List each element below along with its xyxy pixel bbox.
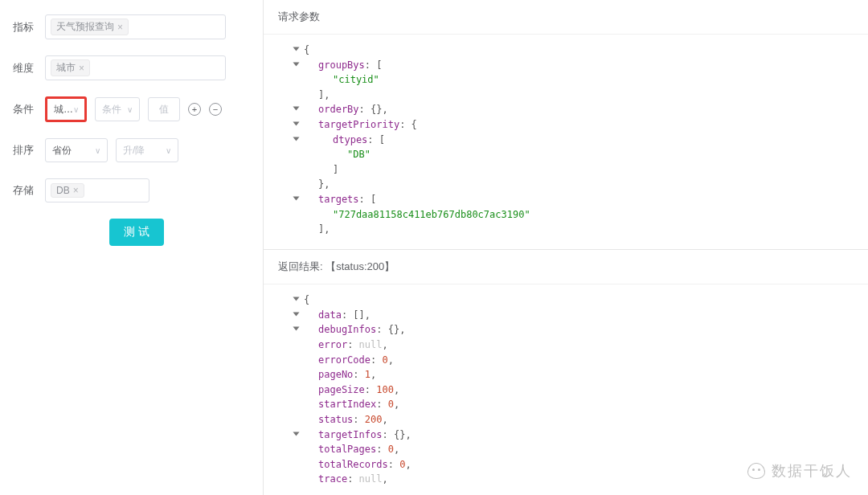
request-section: 请求参数 {groupBys: ["cityid"],orderBy: {},t… xyxy=(264,0,868,250)
condition-operator-select[interactable]: 条件 ∨ xyxy=(95,97,140,121)
dimension-input[interactable]: 城市 × xyxy=(45,55,226,80)
expand-toggle-icon[interactable] xyxy=(293,312,300,316)
chevron-down-icon: ∨ xyxy=(127,105,133,114)
sort-label: 排序 xyxy=(13,143,45,158)
response-section: 返回结果: 【status:200】 {data: [],debugInfos:… xyxy=(264,250,868,495)
expand-toggle-icon[interactable] xyxy=(293,121,300,125)
chevron-down-icon: ∨ xyxy=(95,146,100,155)
request-header: 请求参数 xyxy=(264,0,868,35)
condition-value-input[interactable]: 值 xyxy=(148,97,180,121)
expand-toggle-icon[interactable] xyxy=(293,432,300,436)
condition-operator-placeholder: 条件 xyxy=(102,103,121,117)
indicator-tag-text: 天气预报查询 xyxy=(56,20,114,34)
storage-tag-text: DB xyxy=(56,185,70,196)
expand-toggle-icon[interactable] xyxy=(293,327,300,331)
chevron-down-icon: ∨ xyxy=(73,105,79,114)
storage-input[interactable]: DB × xyxy=(45,178,149,202)
response-json-viewer[interactable]: {data: [],debugInfos: {},error: null,err… xyxy=(264,284,868,495)
query-form-panel: 指标 天气预报查询 × 维度 城市 × 条件 城… xyxy=(0,0,264,495)
chevron-down-icon: ∨ xyxy=(166,146,171,155)
sort-direction-placeholder: 升/降 xyxy=(123,144,145,158)
condition-value-placeholder: 值 xyxy=(159,103,169,117)
sort-field-select[interactable]: 省份 ∨ xyxy=(45,138,108,162)
indicator-input[interactable]: 天气预报查询 × xyxy=(45,14,226,39)
expand-toggle-icon[interactable] xyxy=(293,297,300,301)
add-condition-icon[interactable]: + xyxy=(188,103,201,116)
sort-inputs: 省份 ∨ 升/降 ∨ xyxy=(45,138,178,162)
expand-toggle-icon[interactable] xyxy=(293,47,300,51)
expand-toggle-icon[interactable] xyxy=(293,196,300,200)
remove-condition-icon[interactable]: − xyxy=(209,103,222,116)
test-button[interactable]: 测 试 xyxy=(109,219,164,246)
condition-row: 条件 城… ∨ 条件 ∨ 值 + − xyxy=(13,96,250,122)
sort-direction-select[interactable]: 升/降 ∨ xyxy=(116,138,178,162)
sort-row: 排序 省份 ∨ 升/降 ∨ xyxy=(13,138,250,162)
app-root: 指标 天气预报查询 × 维度 城市 × 条件 城… xyxy=(0,0,868,495)
response-header: 返回结果: 【status:200】 xyxy=(264,250,868,284)
expand-toggle-icon[interactable] xyxy=(293,62,300,66)
storage-row: 存储 DB × xyxy=(13,178,250,202)
indicator-tag[interactable]: 天气预报查询 × xyxy=(51,18,129,35)
close-icon[interactable]: × xyxy=(117,22,123,33)
indicator-label: 指标 xyxy=(13,20,45,35)
sort-field-value: 省份 xyxy=(52,144,72,158)
condition-inputs: 城… ∨ 条件 ∨ 值 + − xyxy=(45,96,222,122)
condition-field-value: 城… xyxy=(54,103,73,117)
dimension-row: 维度 城市 × xyxy=(13,55,250,80)
close-icon[interactable]: × xyxy=(73,185,79,196)
response-header-status: 【status:200】 xyxy=(326,260,395,272)
storage-tag[interactable]: DB × xyxy=(51,183,84,198)
expand-toggle-icon[interactable] xyxy=(293,137,300,141)
response-header-prefix: 返回结果: xyxy=(278,260,326,272)
close-icon[interactable]: × xyxy=(79,63,84,74)
expand-toggle-icon[interactable] xyxy=(293,107,300,111)
storage-label: 存储 xyxy=(13,183,45,198)
condition-label: 条件 xyxy=(13,102,45,117)
dimension-tag[interactable]: 城市 × xyxy=(51,59,90,76)
request-json-viewer[interactable]: {groupBys: ["cityid"],orderBy: {},target… xyxy=(264,35,868,249)
indicator-row: 指标 天气预报查询 × xyxy=(13,14,250,39)
dimension-label: 维度 xyxy=(13,61,45,76)
result-panel: 请求参数 {groupBys: ["cityid"],orderBy: {},t… xyxy=(264,0,868,495)
condition-field-select[interactable]: 城… ∨ xyxy=(45,96,87,122)
dimension-tag-text: 城市 xyxy=(56,61,76,75)
